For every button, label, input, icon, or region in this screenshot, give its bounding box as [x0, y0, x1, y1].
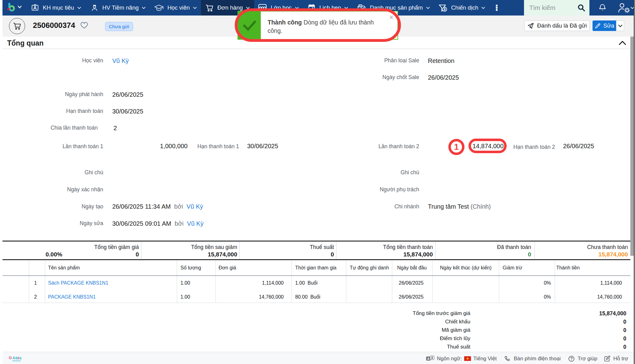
- svg-text:$: $: [444, 7, 446, 11]
- svg-text:A: A: [427, 357, 430, 361]
- svg-text:文: 文: [431, 356, 434, 359]
